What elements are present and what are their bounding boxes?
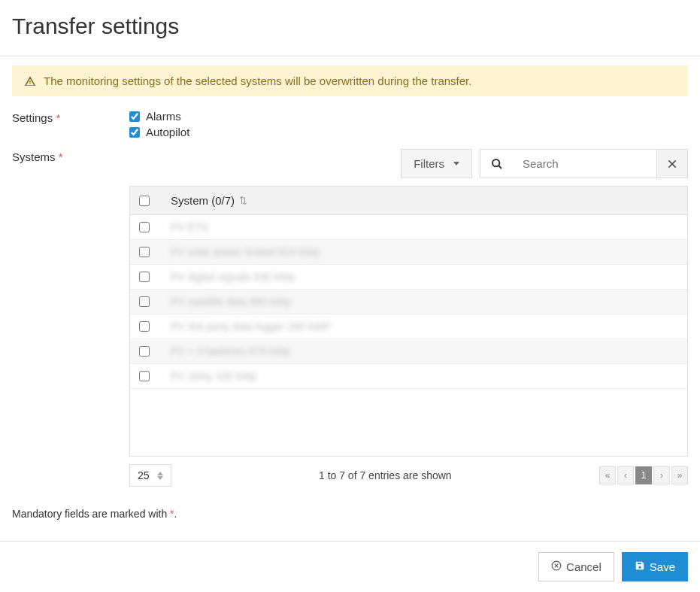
- select-all-checkbox[interactable]: [139, 196, 150, 206]
- save-button[interactable]: Save: [622, 552, 688, 581]
- warning-alert: The monitoring settings of the selected …: [12, 65, 688, 96]
- settings-label: Settings *: [12, 110, 129, 141]
- row-checkbox[interactable]: [139, 346, 150, 357]
- system-name: PV digital signals 630 kWp: [163, 271, 295, 283]
- search-group: [480, 149, 688, 178]
- svg-point-0: [492, 159, 499, 166]
- page-title: Transfer settings: [0, 0, 700, 56]
- autopilot-option[interactable]: Autopilot: [129, 126, 688, 138]
- table-row[interactable]: PV ETS: [130, 215, 687, 240]
- systems-row: Systems * Filters: [12, 149, 688, 487]
- footer-actions: Cancel Save: [0, 541, 700, 592]
- warning-text: The monitoring settings of the selected …: [44, 74, 471, 87]
- entries-count: 1 to 7 of 7 entries are shown: [319, 469, 452, 481]
- system-name: PV solar power limited 624 kWp: [163, 246, 320, 258]
- filters-button[interactable]: Filters: [401, 149, 472, 178]
- row-checkbox[interactable]: [139, 371, 150, 381]
- alarms-option[interactable]: Alarms: [129, 110, 688, 123]
- system-name: PV Jolny 100 kWp: [163, 370, 256, 382]
- row-checkbox[interactable]: [139, 321, 150, 332]
- required-marker: *: [59, 150, 63, 163]
- page-last[interactable]: »: [671, 466, 688, 484]
- systems-label: Systems *: [12, 149, 129, 487]
- svg-line-1: [498, 165, 502, 168]
- mandatory-note: Mandatory fields are marked with *.: [12, 508, 688, 520]
- autopilot-label: Autopilot: [146, 126, 189, 138]
- cancel-button[interactable]: Cancel: [538, 552, 614, 581]
- page-first[interactable]: «: [599, 466, 616, 484]
- warning-icon: [24, 75, 36, 87]
- system-name: PV satellite data 890 kWp: [163, 296, 291, 308]
- alarms-label: Alarms: [146, 110, 181, 123]
- column-header-system[interactable]: System (0/7) ⇅: [163, 194, 247, 207]
- table-toolbar: Filters: [129, 149, 688, 178]
- search-input[interactable]: [514, 149, 656, 178]
- required-marker: *: [56, 111, 60, 124]
- caret-down-icon: [453, 162, 459, 165]
- row-checkbox[interactable]: [139, 247, 150, 257]
- page-size-select[interactable]: 25: [129, 464, 171, 487]
- save-icon: [635, 560, 645, 573]
- page-next[interactable]: ›: [653, 466, 670, 484]
- system-name: PV + 3 batteries 679 kWp: [163, 345, 290, 357]
- table-row[interactable]: PV digital signals 630 kWp: [130, 265, 687, 290]
- autopilot-checkbox[interactable]: [129, 127, 140, 138]
- system-name: PV ETS: [163, 221, 208, 233]
- table-header: System (0/7) ⇅: [130, 187, 687, 215]
- pagination: « ‹ 1 › »: [599, 466, 688, 484]
- systems-table: System (0/7) ⇅ PV ETS PV solar power lim…: [129, 186, 688, 457]
- settings-row: Settings * Alarms Autopilot: [12, 110, 688, 141]
- search-icon: [480, 149, 514, 178]
- table-body: PV ETS PV solar power limited 624 kWp PV…: [130, 215, 687, 456]
- table-row[interactable]: PV 3rd party data logger 280 kWP: [130, 314, 687, 339]
- alarms-checkbox[interactable]: [129, 111, 140, 122]
- sort-icon: ⇅: [239, 195, 247, 206]
- system-name: PV 3rd party data logger 280 kWP: [163, 320, 330, 332]
- stepper-icon: [157, 472, 163, 480]
- row-checkbox[interactable]: [139, 222, 150, 232]
- cancel-icon: [551, 560, 562, 573]
- table-row[interactable]: PV + 3 batteries 679 kWp: [130, 339, 687, 364]
- row-checkbox[interactable]: [139, 296, 150, 307]
- table-row[interactable]: PV satellite data 890 kWp: [130, 290, 687, 314]
- table-row[interactable]: PV Jolny 100 kWp: [130, 364, 687, 389]
- page-current[interactable]: 1: [635, 466, 652, 484]
- table-row[interactable]: PV solar power limited 624 kWp: [130, 240, 687, 265]
- page-prev[interactable]: ‹: [617, 466, 634, 484]
- table-footer: 25 1 to 7 of 7 entries are shown « ‹ 1 ›…: [129, 464, 688, 487]
- row-checkbox[interactable]: [139, 272, 150, 282]
- clear-search-button[interactable]: [656, 149, 688, 178]
